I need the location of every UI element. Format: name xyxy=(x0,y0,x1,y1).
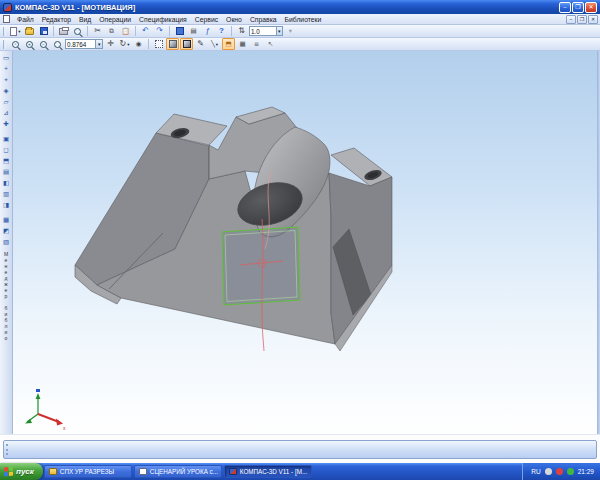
taskbar-task-document[interactable]: СЦЕНАРИЙ УРОКА с... xyxy=(134,465,222,478)
shaded-edges-mode-button[interactable] xyxy=(180,38,193,50)
taskbar-task-kompas[interactable]: КОМПАС-3D V11 - [М... xyxy=(224,465,312,478)
panel-aux-geometry-button[interactable]: ▱ xyxy=(1,96,12,107)
panel-parameterization-button[interactable]: ◨ xyxy=(1,199,12,210)
menu-view[interactable]: Вид xyxy=(75,16,95,23)
view-manager-button[interactable] xyxy=(173,25,186,37)
save-button[interactable] xyxy=(37,25,50,37)
panel-designations-button[interactable]: ▥ xyxy=(1,188,12,199)
orientation-button[interactable]: ⬒ xyxy=(222,38,235,50)
panel-sketch-button[interactable]: ⌖ xyxy=(1,74,12,85)
document-scale-combo[interactable]: ▼ xyxy=(249,26,283,36)
cut-button[interactable]: ✂ xyxy=(91,25,104,37)
paste-button[interactable]: 📋 xyxy=(119,25,132,37)
library-manager-vertical-tab[interactable]: Менеджер библиотек xyxy=(3,251,9,343)
document-system-menu-icon[interactable] xyxy=(3,15,10,23)
mdi-restore-button[interactable]: ❐ xyxy=(577,15,587,24)
redo-button[interactable]: ↷ xyxy=(153,25,166,37)
undo-button[interactable]: ↶ xyxy=(139,25,152,37)
zoom-all-button[interactable] xyxy=(51,38,64,50)
property-bar[interactable] xyxy=(3,440,597,459)
open-button[interactable] xyxy=(23,25,36,37)
toolbar-grip[interactable] xyxy=(3,40,6,49)
shaded-mode-button[interactable] xyxy=(166,38,179,50)
menu-service[interactable]: Сервис xyxy=(191,16,222,23)
menu-help[interactable]: Справка xyxy=(246,16,281,23)
rotate-view-button[interactable]: ↻▾ xyxy=(118,38,131,50)
panel-extrude-button[interactable]: ＋ xyxy=(1,63,12,74)
floppy-icon xyxy=(40,27,48,35)
menu-window[interactable]: Окно xyxy=(222,16,246,23)
chevron-down-icon: ▾ xyxy=(216,42,218,47)
panel-curves-button[interactable]: ⊿ xyxy=(1,107,12,118)
chevron-down-icon: ▾ xyxy=(127,42,129,47)
panel-filters-button[interactable]: ◻ xyxy=(1,144,12,155)
sketch-edit-button[interactable]: ✎ xyxy=(194,38,207,50)
line-style-button[interactable]: ╲▾ xyxy=(208,38,221,50)
kompas-app-icon xyxy=(229,468,237,475)
panel-dimensions-button[interactable]: ◧ xyxy=(1,177,12,188)
rotate-icon: ↻ xyxy=(120,40,127,48)
document-scale-input[interactable] xyxy=(250,27,276,35)
sketch-selection[interactable] xyxy=(222,227,300,305)
context-help-button[interactable]: ? xyxy=(215,25,228,37)
pan-button[interactable]: ✛ xyxy=(104,38,117,50)
layers-button[interactable]: ▤ xyxy=(187,25,200,37)
title-bar: КОМПАС-3D V11 - [МОТИВАЦИЯ] – ❐ ✕ xyxy=(0,0,600,14)
perspective-button[interactable]: ⧈ xyxy=(250,38,263,50)
orientation-icon: ⬒ xyxy=(225,41,231,48)
panel-edit-part-button[interactable]: ▭ xyxy=(1,52,12,63)
tray-icon-red[interactable] xyxy=(556,468,563,475)
panel-spec-button[interactable]: ⬒ xyxy=(1,155,12,166)
compact-panel: ▭ ＋ ⌖ ◈ ▱ ⊿ ✚ ▣ ◻ ⬒ ▤ ◧ ▥ ◨ ▦ ◩ ▧ Менедж… xyxy=(0,51,13,434)
language-indicator[interactable]: RU xyxy=(531,468,540,475)
minimize-button[interactable]: – xyxy=(559,2,571,13)
chevron-down-icon[interactable]: ▼ xyxy=(276,27,282,35)
orbit-icon: ◉ xyxy=(136,41,142,48)
zoom-in-icon: + xyxy=(26,41,33,48)
new-page-icon xyxy=(10,27,17,36)
panel-library-button[interactable]: ▦ xyxy=(1,214,12,225)
panel-measure-button[interactable]: ▣ xyxy=(1,133,12,144)
print-button[interactable] xyxy=(57,25,70,37)
taskbar-task-folder[interactable]: СПХ УР РАЗРЕЗЫ xyxy=(44,465,132,478)
menu-edit[interactable]: Редактор xyxy=(38,16,75,23)
menu-file[interactable]: Файл xyxy=(13,16,38,23)
cursor-snap-button[interactable]: ↖ xyxy=(264,38,277,50)
zoom-out-button[interactable]: − xyxy=(37,38,50,50)
panel-array-button[interactable]: ✚ xyxy=(1,118,12,129)
task-label: СЦЕНАРИЙ УРОКА с... xyxy=(150,468,218,475)
start-button[interactable]: пуск xyxy=(0,463,43,480)
menu-specification[interactable]: Спецификация xyxy=(135,16,191,23)
clock[interactable]: 21:29 xyxy=(578,468,594,475)
wireframe-mode-button[interactable] xyxy=(152,38,165,50)
zoom-in-button[interactable]: + xyxy=(23,38,36,50)
property-bar-grip[interactable] xyxy=(6,444,9,455)
model-canvas[interactable]: x xyxy=(13,51,600,434)
redo-icon: ↷ xyxy=(156,27,163,35)
restore-button[interactable]: ❐ xyxy=(572,2,584,13)
menu-operations[interactable]: Операции xyxy=(95,16,135,23)
layers-icon: ▤ xyxy=(190,28,196,35)
tray-icon-gray[interactable] xyxy=(545,468,552,475)
close-button[interactable]: ✕ xyxy=(585,2,597,13)
menu-libraries[interactable]: Библиотеки xyxy=(281,16,326,23)
tray-icon-green[interactable] xyxy=(567,468,574,475)
panel-collections-button[interactable]: ◩ xyxy=(1,225,12,236)
hidden-lines-button[interactable]: ▦ xyxy=(236,38,249,50)
copy-button[interactable]: ⧉ xyxy=(105,25,118,37)
panel-reports-button[interactable]: ▤ xyxy=(1,166,12,177)
current-zoom-input[interactable] xyxy=(66,40,95,48)
panel-tools-button[interactable]: ▧ xyxy=(1,236,12,247)
rebuild-button[interactable]: ⇅ xyxy=(235,25,248,37)
mdi-minimize-button[interactable]: – xyxy=(566,15,576,24)
variables-button[interactable]: ƒ xyxy=(201,25,214,37)
new-document-button[interactable]: ▾ xyxy=(9,25,22,37)
current-zoom-combo[interactable]: ▼ xyxy=(65,39,103,49)
zoom-by-frame-button[interactable]: ▫ xyxy=(9,38,22,50)
mdi-close-button[interactable]: ✕ xyxy=(588,15,598,24)
preview-button[interactable] xyxy=(71,25,84,37)
chevron-down-icon[interactable]: ▼ xyxy=(95,40,102,48)
panel-surfaces-button[interactable]: ◈ xyxy=(1,85,12,96)
toolbar-grip[interactable] xyxy=(3,27,6,36)
orbit-button[interactable]: ◉ xyxy=(132,38,145,50)
